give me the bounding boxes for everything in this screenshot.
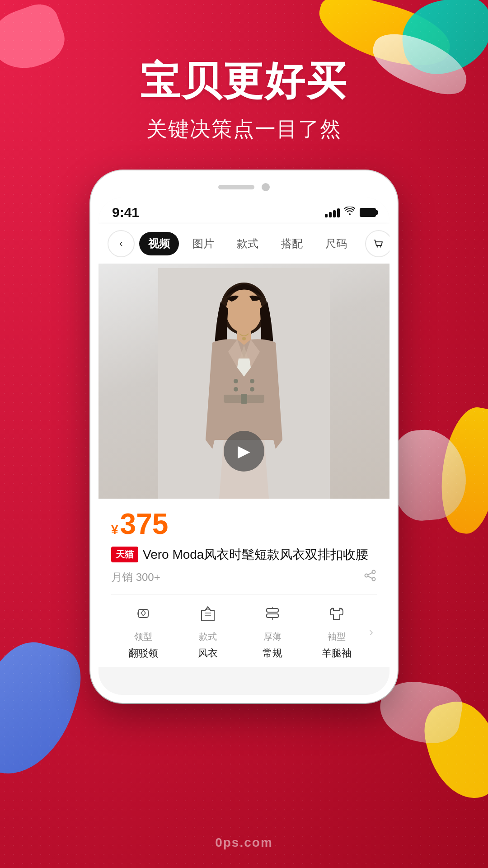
watermark-text: 0ps.com <box>215 835 273 850</box>
price-value: 375 <box>120 509 169 538</box>
product-title: Vero Moda风衣时髦短款风衣双排扣收腰 <box>143 546 368 563</box>
tmall-badge: 天猫 <box>111 547 138 562</box>
svg-point-11 <box>250 387 254 392</box>
feature-style[interactable]: 款式 风衣 <box>176 604 240 660</box>
product-image-area: ▶ <box>99 264 389 499</box>
wifi-icon <box>344 207 355 218</box>
status-time: 9:41 <box>112 205 139 220</box>
svg-rect-7 <box>241 394 247 404</box>
svg-point-1 <box>380 246 381 248</box>
monthly-sales: 月销 300+ <box>111 570 160 585</box>
svg-point-9 <box>250 379 254 383</box>
sleeve-label: 袖型 <box>328 631 346 643</box>
svg-point-10 <box>234 387 238 392</box>
svg-point-12 <box>242 337 246 340</box>
sleeve-value: 羊腿袖 <box>322 646 352 660</box>
tab-images[interactable]: 图片 <box>183 232 223 255</box>
svg-point-13 <box>372 571 375 574</box>
svg-line-17 <box>368 576 372 579</box>
sleeve-icon <box>327 604 346 627</box>
product-nav-tabs: ‹ 视频 图片 款式 搭配 尺码 ··· <box>99 224 389 264</box>
phone-speaker <box>218 185 254 189</box>
play-button[interactable]: ▶ <box>224 431 264 472</box>
style-value: 风衣 <box>198 646 218 660</box>
feature-sleeve[interactable]: 袖型 羊腿袖 <box>305 604 369 660</box>
back-button[interactable]: ‹ <box>108 230 135 257</box>
svg-point-4 <box>226 289 262 333</box>
svg-point-8 <box>234 379 238 383</box>
svg-rect-21 <box>267 609 278 612</box>
content-area: 宝贝更好买 关键决策点一目了然 9:41 <box>0 0 488 868</box>
cart-button[interactable] <box>365 230 389 257</box>
watermark-area: 0ps.com <box>0 835 488 850</box>
tab-style[interactable]: 款式 <box>228 232 267 255</box>
collar-icon <box>134 604 153 627</box>
feature-collar[interactable]: 领型 翻驳领 <box>111 604 176 660</box>
style-label: 款式 <box>199 631 217 643</box>
svg-point-15 <box>372 578 375 581</box>
signal-icon <box>325 208 340 217</box>
thickness-label: 厚薄 <box>263 631 282 643</box>
thickness-icon <box>263 604 282 627</box>
phone-screen: 9:41 <box>99 198 389 695</box>
sub-headline: 关键决策点一目了然 <box>146 115 342 143</box>
phone-camera <box>262 183 270 191</box>
tab-outfit[interactable]: 搭配 <box>272 232 312 255</box>
share-icon[interactable] <box>363 569 377 585</box>
title-row: 天猫 Vero Moda风衣时髦短款风衣双排扣收腰 <box>111 546 377 563</box>
sales-row: 月销 300+ <box>111 569 377 585</box>
collar-value: 翻驳领 <box>128 646 158 660</box>
svg-point-14 <box>365 574 368 577</box>
tab-video[interactable]: 视频 <box>139 232 179 255</box>
svg-point-0 <box>377 246 378 248</box>
status-icons <box>325 207 376 218</box>
style-icon <box>198 604 217 627</box>
status-bar: 9:41 <box>99 198 389 224</box>
price-symbol: ¥ <box>111 523 118 537</box>
phone-outer-frame: 9:41 <box>90 170 398 703</box>
phone-mockup: 9:41 <box>90 170 398 703</box>
main-headline: 宝贝更好买 <box>140 54 348 108</box>
feature-tags: 领型 翻驳领 <box>111 594 377 660</box>
phone-notch <box>99 179 389 198</box>
product-info-section: ¥ 375 天猫 Vero Moda风衣时髦短款风衣双排扣收腰 月销 300+ <box>99 499 389 667</box>
feature-more-arrow[interactable]: › <box>369 625 377 639</box>
tab-size[interactable]: 尺码 <box>316 232 356 255</box>
svg-line-16 <box>368 573 372 575</box>
feature-thickness[interactable]: 厚薄 常规 <box>240 604 305 660</box>
price-row: ¥ 375 <box>111 509 377 538</box>
battery-icon <box>360 208 376 217</box>
thickness-value: 常规 <box>263 646 282 660</box>
svg-rect-22 <box>267 614 278 618</box>
collar-label: 领型 <box>134 631 152 643</box>
